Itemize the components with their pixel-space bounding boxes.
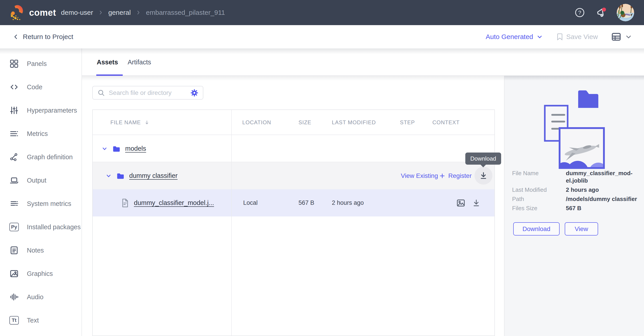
tab-artifacts[interactable]: Artifacts: [128, 49, 151, 76]
sidebar-item-label: Output: [27, 177, 46, 184]
sidebar-item-output[interactable]: Output: [0, 169, 82, 192]
column-header-last-modified[interactable]: LAST MODIFIED: [332, 110, 376, 135]
field-file-name: File Name dummy_classifier_mod- el.jobli…: [512, 170, 641, 184]
user-avatar[interactable]: [617, 4, 634, 21]
field-files-size: Files Size 567 B: [512, 205, 641, 212]
sidebar-item-system-metrics[interactable]: System metrics: [0, 192, 82, 215]
folder-name-link[interactable]: dummy classifier: [129, 172, 178, 180]
field-last-modified: Last Modified 2 hours ago: [512, 186, 641, 194]
sidebar-item-label: Metrics: [27, 130, 48, 137]
table-row-models[interactable]: models: [93, 135, 494, 162]
breadcrumb-project[interactable]: general: [108, 9, 131, 16]
sidebar-item-text[interactable]: Tt Text: [0, 309, 82, 332]
sidebar-item-panels[interactable]: Panels: [0, 52, 82, 75]
comet-logo-text: comet: [29, 8, 56, 18]
download-folder-button[interactable]: [474, 167, 492, 185]
sidebar-item-notes[interactable]: Notes: [0, 239, 82, 262]
view-existing-link[interactable]: View Existing: [401, 162, 438, 189]
view-selector-label: Auto Generated: [486, 33, 533, 41]
page: comet demo-user general embarrassed_pila…: [0, 0, 644, 336]
metrics-icon: [9, 128, 19, 139]
download-tooltip: Download: [465, 152, 501, 165]
active-tab-underline: [96, 74, 123, 76]
folder-icon: [112, 145, 121, 152]
file-icon: [120, 198, 130, 208]
breadcrumb-workspace[interactable]: demo-user: [61, 9, 93, 16]
column-header-size[interactable]: SIZE: [298, 110, 311, 135]
file-name-link[interactable]: dummy_classifier_model.j...: [134, 199, 214, 207]
table-row-dummy-classifier[interactable]: dummy classifier View Existing Register: [93, 162, 494, 189]
column-header-step[interactable]: STEP: [400, 110, 415, 135]
chevron-down-icon: [536, 33, 543, 40]
table-layout-icon: [611, 31, 622, 42]
sidebar-item-audio[interactable]: Audio: [0, 285, 82, 309]
file-location: Local: [243, 189, 258, 217]
column-header-location[interactable]: LOCATION: [242, 110, 271, 135]
graphics-icon: [9, 268, 19, 279]
sidebar-item-graph-definition[interactable]: Graph definition: [0, 145, 82, 169]
sidebar-item-label: Panels: [27, 60, 47, 68]
experiment-sidebar: Panels Code Hyperparameters: [0, 49, 82, 336]
python-packages-icon: Py: [9, 222, 19, 232]
breadcrumb-experiment: embarrassed_pilaster_911: [146, 9, 225, 16]
sidebar-item-label: Installed packages: [27, 223, 80, 231]
sidebar-item-label: Notes: [27, 247, 44, 254]
sidebar-item-code[interactable]: Code: [0, 75, 82, 99]
svg-text:?: ?: [578, 10, 581, 16]
column-header-context[interactable]: CONTEXT: [432, 110, 460, 135]
folder-icon: [116, 172, 125, 180]
help-icon[interactable]: ?: [574, 8, 585, 18]
sidebar-item-hyperparameters[interactable]: Hyperparameters: [0, 99, 82, 122]
sidebar-item-metrics[interactable]: Metrics: [0, 122, 82, 145]
register-model-link[interactable]: Register: [439, 162, 472, 189]
search-settings-gear-icon[interactable]: [190, 88, 199, 97]
bookmark-icon: [556, 33, 564, 41]
breadcrumb: demo-user general embarrassed_pilaster_9…: [61, 9, 225, 16]
file-last-modified: 2 hours ago: [332, 189, 364, 217]
sidebar-item-label: Graph definition: [27, 153, 73, 161]
sidebar-item-graphics[interactable]: Graphics: [0, 262, 82, 285]
file-size: 567 B: [298, 189, 314, 217]
assets-tabstrip: Assets Artifacts: [82, 49, 644, 76]
top-navbar: comet demo-user general embarrassed_pila…: [0, 0, 644, 25]
sidebar-item-installed-packages[interactable]: Py Installed packages: [0, 215, 82, 239]
audio-icon: [9, 292, 19, 302]
tabstrip-border: [82, 75, 644, 76]
return-to-project-button[interactable]: Return to Project: [12, 25, 73, 49]
plus-icon: [439, 173, 446, 179]
chevron-down-icon[interactable]: [106, 173, 112, 179]
tab-assets-label: Assets: [97, 59, 118, 66]
sidebar-item-label: Code: [27, 83, 42, 91]
announcements-icon[interactable]: [595, 7, 606, 18]
preview-image-icon[interactable]: [456, 189, 466, 217]
chevron-right-icon: [98, 10, 104, 15]
view-selector-dropdown[interactable]: Auto Generated: [486, 33, 543, 41]
column-header-file-name[interactable]: FILE NAME: [110, 110, 150, 135]
chevron-down-icon: [625, 33, 632, 41]
output-icon: [9, 175, 19, 186]
chevron-right-icon: [136, 10, 141, 15]
sidebar-item-label: Graphics: [27, 270, 53, 277]
comet-logo[interactable]: comet: [10, 4, 56, 21]
chevron-down-icon[interactable]: [102, 145, 108, 152]
folder-name-link[interactable]: models: [125, 145, 146, 152]
tab-assets[interactable]: Assets: [97, 49, 118, 76]
search-box: [92, 86, 203, 100]
view-toolbar: Return to Project Auto Generated Save Vi…: [0, 25, 644, 49]
sidebar-item-label: System metrics: [27, 200, 71, 208]
layout-picker[interactable]: [611, 31, 632, 42]
assets-illustration: [542, 88, 607, 171]
file-details-fields: File Name dummy_classifier_mod- el.jobli…: [512, 170, 641, 214]
view-button[interactable]: View: [565, 222, 598, 236]
system-metrics-icon: [9, 199, 19, 209]
navbar-actions: ?: [574, 4, 634, 21]
download-file-icon[interactable]: [472, 189, 481, 217]
save-view-button[interactable]: Save View: [556, 33, 598, 41]
search-input[interactable]: [109, 89, 186, 96]
assets-table: FILE NAME LOCATION SIZE LAST MODIFIED ST…: [92, 109, 495, 336]
code-icon: [9, 82, 19, 92]
table-header: FILE NAME LOCATION SIZE LAST MODIFIED ST…: [93, 110, 494, 135]
table-row-file[interactable]: dummy_classifier_model.j... Local 567 B …: [93, 189, 494, 217]
return-to-project-label: Return to Project: [23, 33, 73, 41]
download-button[interactable]: Download: [513, 222, 560, 236]
